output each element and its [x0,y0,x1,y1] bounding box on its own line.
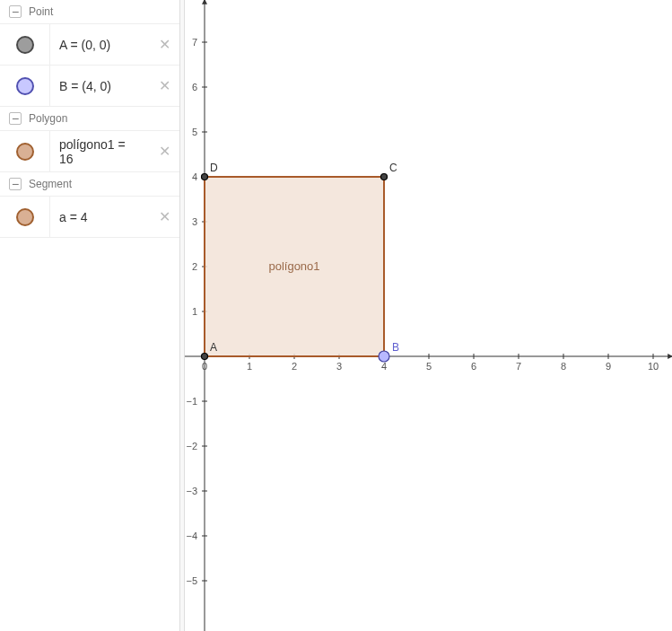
polygon-label: polígono1 [268,259,319,273]
point-label-B: B [392,341,399,354]
x-tick-label: 10 [648,361,659,372]
swatch-cell[interactable] [0,131,50,171]
point-swatch-icon [16,36,34,54]
x-tick-label: 1 [247,361,252,372]
swatch-cell[interactable] [0,24,50,65]
x-tick-label: 4 [381,361,387,372]
group-header-polygon[interactable]: − Polygon [0,107,179,131]
point-A[interactable] [202,354,208,360]
group-title: Point [29,5,53,18]
group-title: Polygon [29,112,67,125]
y-tick-label: 3 [192,216,197,227]
y-tick-label: 7 [192,37,197,48]
algebra-item[interactable]: B = (4, 0) ✕ [0,66,179,107]
y-tick-label: −4 [186,530,197,541]
x-tick-label: 6 [471,361,476,372]
point-label-D: D [210,162,218,174]
algebra-item[interactable]: polígono1 = 16 ✕ [0,131,179,172]
point-swatch-icon [16,77,34,95]
point-C[interactable] [381,174,388,180]
graph-canvas[interactable]: 012345678910−5−4−3−2−11234567polígono1AB… [185,0,672,631]
close-icon[interactable]: ✕ [149,197,179,237]
x-tick-label: 0 [202,361,207,372]
group-title: Segment [29,178,72,190]
x-tick-label: 7 [516,361,521,372]
y-tick-label: 6 [192,82,197,92]
y-tick-label: −3 [186,486,197,496]
item-label: B = (4, 0) [50,79,149,93]
y-tick-label: 4 [192,171,197,182]
collapse-icon[interactable]: − [9,5,22,18]
item-label: polígono1 = 16 [50,137,149,166]
item-label: a = 4 [50,210,149,224]
x-tick-label: 2 [292,361,297,372]
group-header-point[interactable]: − Point [0,0,179,24]
point-label-C: C [389,162,397,174]
point-B[interactable] [379,351,389,362]
x-tick-label: 5 [426,361,432,372]
y-tick-label: −5 [186,575,197,586]
swatch-cell[interactable] [0,66,50,106]
x-tick-label: 8 [561,361,566,372]
y-tick-label: 2 [192,261,197,272]
swatch-cell[interactable] [0,197,50,237]
y-tick-label: −1 [186,396,197,407]
close-icon[interactable]: ✕ [149,24,179,65]
graphics-view[interactable]: 012345678910−5−4−3−2−11234567polígono1AB… [185,0,672,631]
collapse-icon[interactable]: − [9,112,22,125]
x-tick-label: 3 [336,361,342,372]
point-D[interactable] [202,174,208,180]
collapse-icon[interactable]: − [9,178,22,190]
close-icon[interactable]: ✕ [149,131,179,171]
y-tick-label: 1 [192,306,197,317]
point-label-A: A [210,341,217,354]
x-tick-label: 9 [606,361,611,372]
algebra-item[interactable]: A = (0, 0) ✕ [0,24,179,66]
segment-swatch-icon [16,208,34,226]
algebra-sidebar: − Point A = (0, 0) ✕ B = (4, 0) ✕ − Poly… [0,0,179,631]
y-tick-label: 5 [192,127,197,137]
polygon-swatch-icon [16,143,34,161]
item-label: A = (0, 0) [50,38,149,52]
close-icon[interactable]: ✕ [149,66,179,106]
y-tick-label: −2 [186,441,197,451]
algebra-item[interactable]: a = 4 ✕ [0,197,179,238]
group-header-segment[interactable]: − Segment [0,172,179,197]
